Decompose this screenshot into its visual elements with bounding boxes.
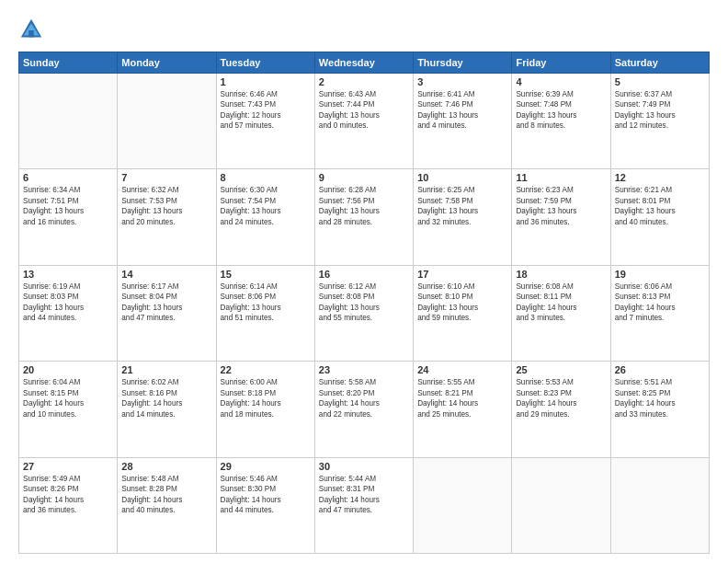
cell-info: Sunrise: 6:02 AMSunset: 8:16 PMDaylight:… bbox=[121, 377, 211, 419]
calendar-cell: 26Sunrise: 5:51 AMSunset: 8:25 PMDayligh… bbox=[610, 362, 709, 457]
cell-info: Sunrise: 6:25 AMSunset: 7:58 PMDaylight:… bbox=[417, 185, 507, 227]
calendar-cell: 7Sunrise: 6:32 AMSunset: 7:53 PMDaylight… bbox=[118, 169, 216, 265]
calendar-cell: 14Sunrise: 6:17 AMSunset: 8:04 PMDayligh… bbox=[118, 265, 216, 361]
cell-info: Sunrise: 5:46 AMSunset: 8:30 PMDaylight:… bbox=[221, 474, 311, 516]
cell-info: Sunrise: 6:30 AMSunset: 7:54 PMDaylight:… bbox=[221, 185, 311, 227]
day-number: 30 bbox=[319, 461, 409, 472]
calendar-week-row: 1Sunrise: 6:46 AMSunset: 7:43 PMDaylight… bbox=[19, 74, 710, 169]
calendar-cell: 8Sunrise: 6:30 AMSunset: 7:54 PMDaylight… bbox=[216, 169, 314, 265]
calendar-cell: 12Sunrise: 6:21 AMSunset: 8:01 PMDayligh… bbox=[610, 169, 709, 265]
calendar-cell: 25Sunrise: 5:53 AMSunset: 8:23 PMDayligh… bbox=[512, 362, 610, 457]
cell-info: Sunrise: 6:21 AMSunset: 8:01 PMDaylight:… bbox=[615, 185, 705, 227]
logo-icon bbox=[18, 17, 44, 42]
day-number: 28 bbox=[121, 461, 211, 472]
calendar-cell: 18Sunrise: 6:08 AMSunset: 8:11 PMDayligh… bbox=[512, 265, 610, 361]
cell-info: Sunrise: 6:06 AMSunset: 8:13 PMDaylight:… bbox=[615, 282, 705, 324]
cell-info: Sunrise: 5:51 AMSunset: 8:25 PMDaylight:… bbox=[615, 377, 705, 419]
calendar-header-row: SundayMondayTuesdayWednesdayThursdayFrid… bbox=[19, 52, 710, 74]
svg-rect-2 bbox=[28, 30, 34, 37]
cell-info: Sunrise: 5:49 AMSunset: 8:26 PMDaylight:… bbox=[23, 474, 113, 516]
calendar-cell bbox=[610, 457, 709, 553]
day-number: 11 bbox=[516, 172, 606, 183]
cell-info: Sunrise: 6:34 AMSunset: 7:51 PMDaylight:… bbox=[23, 185, 113, 227]
day-number: 22 bbox=[221, 364, 311, 375]
calendar-cell: 29Sunrise: 5:46 AMSunset: 8:30 PMDayligh… bbox=[216, 457, 314, 553]
calendar: SundayMondayTuesdayWednesdayThursdayFrid… bbox=[18, 52, 710, 554]
calendar-week-row: 13Sunrise: 6:19 AMSunset: 8:03 PMDayligh… bbox=[19, 265, 710, 361]
calendar-cell: 9Sunrise: 6:28 AMSunset: 7:56 PMDaylight… bbox=[314, 169, 413, 265]
calendar-week-row: 6Sunrise: 6:34 AMSunset: 7:51 PMDaylight… bbox=[19, 169, 710, 265]
calendar-cell: 13Sunrise: 6:19 AMSunset: 8:03 PMDayligh… bbox=[19, 265, 118, 361]
day-number: 20 bbox=[23, 364, 113, 375]
calendar-cell: 23Sunrise: 5:58 AMSunset: 8:20 PMDayligh… bbox=[314, 362, 413, 457]
calendar-cell: 3Sunrise: 6:41 AMSunset: 7:46 PMDaylight… bbox=[414, 74, 512, 169]
cell-info: Sunrise: 6:10 AMSunset: 8:10 PMDaylight:… bbox=[417, 282, 507, 324]
day-number: 10 bbox=[417, 172, 507, 183]
day-number: 18 bbox=[516, 269, 606, 280]
day-number: 8 bbox=[221, 172, 311, 183]
day-number: 7 bbox=[121, 172, 211, 183]
weekday-header: Saturday bbox=[610, 52, 709, 74]
day-number: 9 bbox=[319, 172, 409, 183]
header bbox=[18, 17, 710, 42]
calendar-cell: 1Sunrise: 6:46 AMSunset: 7:43 PMDaylight… bbox=[216, 74, 314, 169]
cell-info: Sunrise: 6:12 AMSunset: 8:08 PMDaylight:… bbox=[319, 282, 409, 324]
calendar-week-row: 20Sunrise: 6:04 AMSunset: 8:15 PMDayligh… bbox=[19, 362, 710, 457]
weekday-header: Friday bbox=[512, 52, 610, 74]
calendar-cell bbox=[19, 74, 118, 169]
day-number: 15 bbox=[221, 269, 311, 280]
weekday-header: Wednesday bbox=[314, 52, 413, 74]
cell-info: Sunrise: 5:53 AMSunset: 8:23 PMDaylight:… bbox=[516, 377, 606, 419]
calendar-cell: 19Sunrise: 6:06 AMSunset: 8:13 PMDayligh… bbox=[610, 265, 709, 361]
day-number: 6 bbox=[23, 172, 113, 183]
day-number: 3 bbox=[417, 76, 507, 87]
day-number: 14 bbox=[121, 269, 211, 280]
calendar-cell: 20Sunrise: 6:04 AMSunset: 8:15 PMDayligh… bbox=[19, 362, 118, 457]
cell-info: Sunrise: 6:14 AMSunset: 8:06 PMDaylight:… bbox=[221, 282, 311, 324]
day-number: 16 bbox=[319, 269, 409, 280]
calendar-cell: 30Sunrise: 5:44 AMSunset: 8:31 PMDayligh… bbox=[314, 457, 413, 553]
day-number: 5 bbox=[615, 76, 705, 87]
cell-info: Sunrise: 6:43 AMSunset: 7:44 PMDaylight:… bbox=[319, 89, 409, 132]
day-number: 4 bbox=[516, 76, 606, 87]
calendar-cell: 16Sunrise: 6:12 AMSunset: 8:08 PMDayligh… bbox=[314, 265, 413, 361]
calendar-cell: 24Sunrise: 5:55 AMSunset: 8:21 PMDayligh… bbox=[414, 362, 512, 457]
cell-info: Sunrise: 6:00 AMSunset: 8:18 PMDaylight:… bbox=[221, 377, 311, 419]
weekday-header: Tuesday bbox=[216, 52, 314, 74]
day-number: 19 bbox=[615, 269, 705, 280]
cell-info: Sunrise: 6:19 AMSunset: 8:03 PMDaylight:… bbox=[23, 282, 113, 324]
day-number: 12 bbox=[615, 172, 705, 183]
weekday-header: Monday bbox=[118, 52, 216, 74]
calendar-cell: 17Sunrise: 6:10 AMSunset: 8:10 PMDayligh… bbox=[414, 265, 512, 361]
cell-info: Sunrise: 5:58 AMSunset: 8:20 PMDaylight:… bbox=[319, 377, 409, 419]
cell-info: Sunrise: 5:44 AMSunset: 8:31 PMDaylight:… bbox=[319, 474, 409, 516]
weekday-header: Sunday bbox=[19, 52, 118, 74]
calendar-cell bbox=[118, 74, 216, 169]
calendar-cell: 5Sunrise: 6:37 AMSunset: 7:49 PMDaylight… bbox=[610, 74, 709, 169]
calendar-cell: 15Sunrise: 6:14 AMSunset: 8:06 PMDayligh… bbox=[216, 265, 314, 361]
calendar-cell: 27Sunrise: 5:49 AMSunset: 8:26 PMDayligh… bbox=[19, 457, 118, 553]
day-number: 25 bbox=[516, 364, 606, 375]
cell-info: Sunrise: 6:08 AMSunset: 8:11 PMDaylight:… bbox=[516, 282, 606, 324]
calendar-cell: 2Sunrise: 6:43 AMSunset: 7:44 PMDaylight… bbox=[314, 74, 413, 169]
calendar-cell: 10Sunrise: 6:25 AMSunset: 7:58 PMDayligh… bbox=[414, 169, 512, 265]
calendar-cell: 21Sunrise: 6:02 AMSunset: 8:16 PMDayligh… bbox=[118, 362, 216, 457]
cell-info: Sunrise: 6:39 AMSunset: 7:48 PMDaylight:… bbox=[516, 89, 606, 132]
calendar-week-row: 27Sunrise: 5:49 AMSunset: 8:26 PMDayligh… bbox=[19, 457, 710, 553]
day-number: 26 bbox=[615, 364, 705, 375]
day-number: 17 bbox=[417, 269, 507, 280]
calendar-cell: 6Sunrise: 6:34 AMSunset: 7:51 PMDaylight… bbox=[19, 169, 118, 265]
day-number: 23 bbox=[319, 364, 409, 375]
day-number: 29 bbox=[221, 461, 311, 472]
calendar-cell: 11Sunrise: 6:23 AMSunset: 7:59 PMDayligh… bbox=[512, 169, 610, 265]
calendar-cell: 22Sunrise: 6:00 AMSunset: 8:18 PMDayligh… bbox=[216, 362, 314, 457]
cell-info: Sunrise: 6:32 AMSunset: 7:53 PMDaylight:… bbox=[121, 185, 211, 227]
day-number: 2 bbox=[319, 76, 409, 87]
cell-info: Sunrise: 6:17 AMSunset: 8:04 PMDaylight:… bbox=[121, 282, 211, 324]
weekday-header: Thursday bbox=[414, 52, 512, 74]
day-number: 27 bbox=[23, 461, 113, 472]
calendar-cell: 28Sunrise: 5:48 AMSunset: 8:28 PMDayligh… bbox=[118, 457, 216, 553]
cell-info: Sunrise: 6:23 AMSunset: 7:59 PMDaylight:… bbox=[516, 185, 606, 227]
day-number: 24 bbox=[417, 364, 507, 375]
day-number: 13 bbox=[23, 269, 113, 280]
